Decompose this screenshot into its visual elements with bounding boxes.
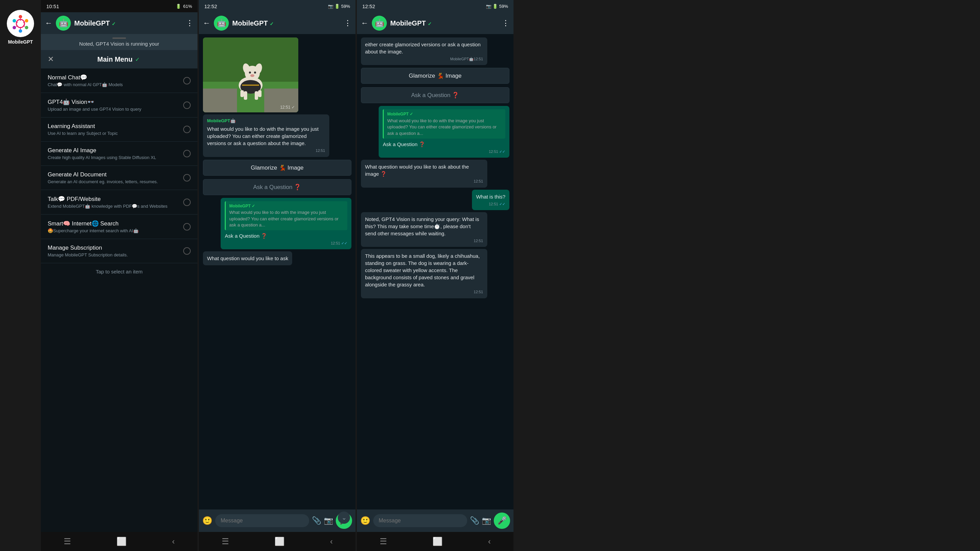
top-bar-1: ← 🤖 MobileGPT ✓ ⋮ (41, 12, 197, 34)
svg-rect-29 (255, 91, 258, 100)
msg-time-what-is: 12:51 ✓✓ (476, 202, 505, 207)
menu-item-subtitle-pdf: Extend MobileGPT🤖 knowledge with PDF💬s a… (48, 204, 183, 209)
more-options-2[interactable]: ⋮ (344, 19, 352, 27)
status-bar-3: 12:52 📷 🔋 59% (357, 0, 514, 12)
menu-item-pdf-website[interactable]: Talk💬 PDF/Website Extend MobileGPT🤖 know… (41, 190, 197, 215)
nav-home-3[interactable]: ⬜ (433, 537, 443, 546)
message-input-3[interactable] (373, 514, 467, 527)
svg-point-3 (25, 19, 28, 22)
more-options-1[interactable]: ⋮ (186, 19, 193, 27)
msg-what-question: What question would you like to ask abou… (361, 160, 487, 187)
scroll-down-button[interactable]: ⌄ (338, 511, 350, 524)
verified-badge-2: ✓ (270, 21, 274, 27)
menu-radio-gen-doc[interactable] (183, 174, 191, 182)
emoji-button-3[interactable]: 🙂 (360, 516, 371, 526)
more-options-3[interactable]: ⋮ (502, 19, 509, 27)
msg-time-noted: 12:51 (365, 238, 483, 244)
phone-1: 10:51 🔋 61% ← 🤖 MobileGPT ✓ ⋮ Noted, GPT… (41, 0, 197, 551)
status-icons-1: 🔋 61% (176, 4, 192, 9)
emoji-button-2[interactable]: 🙂 (202, 516, 213, 526)
menu-item-title-learning: Learning Assistant (48, 123, 183, 130)
menu-radio-learning[interactable] (183, 126, 191, 133)
svg-point-6 (13, 26, 16, 29)
bottom-nav-3: ☰ ⬜ ‹ (357, 532, 514, 551)
input-bar-2: 🙂 📎 📷 🎤 (199, 510, 355, 532)
attach-button-2[interactable]: 📎 (312, 516, 321, 525)
nav-home-2[interactable]: ⬜ (274, 537, 285, 546)
nav-menu-1[interactable]: ☰ (64, 537, 71, 546)
menu-item-title-normal-chat: Normal Chat💬 (48, 74, 183, 81)
back-button-3[interactable]: ← (361, 19, 368, 27)
logo-area: MobileGPT (0, 0, 41, 54)
status-bar-2: 12:52 📷 🔋 59% (199, 0, 355, 12)
menu-item-normal-chat[interactable]: Normal Chat💬 Chat💬 with normal AI GPT🤖 M… (41, 68, 197, 93)
menu-radio-gen-image[interactable] (183, 150, 191, 157)
menu-item-subtitle-gen-image: Create high quality AI Images using Stab… (48, 155, 183, 160)
nav-menu-3[interactable]: ☰ (380, 537, 387, 546)
menu-radio-pdf[interactable] (183, 199, 191, 206)
close-menu-button[interactable]: ✕ (48, 55, 54, 64)
menu-item-subscription[interactable]: Manage Subscription Manage MobileGPT Sub… (41, 239, 197, 263)
glamorize-button-3[interactable]: Glamorize 💃 Image (361, 68, 509, 84)
time-2: 12:52 (204, 3, 217, 9)
msg-what-is-this: What is this? 12:51 ✓✓ (472, 190, 509, 210)
avatar-1: 🤖 (56, 16, 71, 31)
msg-sent-green: MobileGPT ✓ What would you like to do wi… (379, 106, 509, 158)
msg-sent-quoted: MobileGPT ✓ What would you like to do wi… (221, 198, 352, 250)
menu-item-title-pdf: Talk💬 PDF/Website (48, 196, 183, 202)
menu-header: ✕ Main Menu ✓ (41, 50, 197, 68)
nav-back-2[interactable]: ‹ (330, 537, 332, 546)
menu-item-text-subscription: Manage Subscription Manage MobileGPT Sub… (48, 245, 183, 258)
ask-question-button-2[interactable]: Ask a Question ❓ (203, 179, 352, 195)
nav-menu-2[interactable]: ☰ (222, 537, 229, 546)
image-message: 12:51 ✓ (203, 37, 298, 112)
menu-item-generate-image[interactable]: Generate AI Image Create high quality AI… (41, 142, 197, 166)
svg-point-5 (19, 29, 22, 33)
message-input-2[interactable] (215, 514, 309, 527)
nav-back-3[interactable]: ‹ (488, 537, 491, 546)
quoted-content: MobileGPT ✓ What would you like to do wi… (225, 201, 347, 230)
top-bar-3: ← 🤖 MobileGPT ✓ ⋮ (357, 12, 514, 34)
attach-button-3[interactable]: 📎 (470, 516, 479, 525)
menu-radio-subscription[interactable] (183, 247, 191, 255)
mic-button-3[interactable]: 🎤 (494, 513, 510, 529)
battery-icon: 🔋 (176, 4, 181, 9)
menu-item-learning-assistant[interactable]: Learning Assistant Use AI to learn any S… (41, 118, 197, 142)
bottom-nav-2: ☰ ⬜ ‹ (199, 532, 355, 551)
chat-messages-3: either create glamorized versions or ask… (357, 34, 514, 510)
menu-title: Main Menu (97, 56, 132, 63)
quoted-sender: MobileGPT ✓ (229, 203, 344, 209)
ask-question-sent: Ask a Question ❓ (225, 233, 267, 239)
app-title-1: MobileGPT ✓ (74, 19, 183, 27)
menu-item-title-subscription: Manage Subscription (48, 245, 183, 251)
back-button-1[interactable]: ← (45, 19, 52, 27)
sender-name-1: MobileGPT🤖 (207, 118, 325, 124)
menu-item-subtitle-subscription: Manage MobileGPT Subscription details. (48, 252, 183, 258)
status-bar-1: 10:51 🔋 61% (41, 0, 197, 12)
camera-button-2[interactable]: 📷 (324, 516, 333, 525)
menu-item-subtitle-gpt4: Upload an image and use GPT4 Vision to q… (48, 107, 183, 112)
camera-button-3[interactable]: 📷 (482, 516, 491, 525)
nav-home-1[interactable]: ⬜ (116, 537, 127, 546)
menu-item-text-gen-image: Generate AI Image Create high quality AI… (48, 147, 183, 160)
ask-question-button-3[interactable]: Ask a Question ❓ (361, 87, 509, 103)
glamorize-button-2[interactable]: Glamorize 💃 Image (203, 160, 352, 176)
menu-radio-normal-chat[interactable] (183, 77, 191, 84)
menu-item-generate-doc[interactable]: Generate AI Document Generate an AI docu… (41, 166, 197, 190)
menu-radio-search[interactable] (183, 223, 191, 231)
menu-list: Normal Chat💬 Chat💬 with normal AI GPT🤖 M… (41, 68, 197, 532)
input-bar-3: 🙂 📎 📷 🎤 (357, 510, 514, 532)
ask-question-text-3: Ask a Question ❓ (383, 141, 425, 147)
phone-3: 12:52 📷 🔋 59% ← 🤖 MobileGPT ✓ ⋮ either c… (357, 0, 514, 551)
svg-point-27 (250, 74, 255, 77)
back-button-2[interactable]: ← (203, 19, 210, 27)
svg-point-26 (254, 72, 256, 73)
menu-item-internet-search[interactable]: Smart🧠 Internet🌐 Search 🤩Supercharge you… (41, 215, 197, 239)
nav-back-1[interactable]: ‹ (172, 537, 175, 546)
menu-radio-gpt4[interactable] (183, 102, 191, 109)
menu-item-gpt4-vision[interactable]: GPT4🤖 Vision👓 Upload an image and use GP… (41, 93, 197, 118)
menu-item-title-search: Smart🧠 Internet🌐 Search (48, 220, 183, 227)
msg-noted: Noted, GPT4 Vision is running your query… (361, 212, 487, 247)
menu-item-subtitle-search: 🤩Supercharge your internet search with A… (48, 228, 183, 233)
avatar-2: 🤖 (214, 16, 229, 31)
